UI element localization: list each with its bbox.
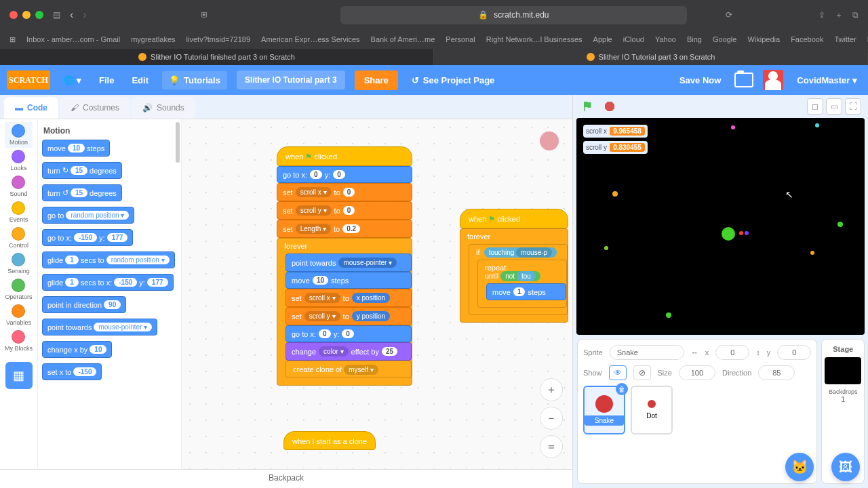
language-menu[interactable]: 🌐▾ [60, 73, 85, 88]
category-operators[interactable]: Operators [5, 277, 33, 302]
category-sensing[interactable]: Sensing [5, 251, 33, 277]
minimize-window-icon[interactable] [22, 11, 31, 19]
delete-sprite-icon[interactable]: 🗑 [616, 383, 628, 395]
tab-sounds[interactable]: 🔊Sounds [132, 97, 195, 119]
variable-monitor[interactable]: scroll y0.830455 [583, 141, 648, 154]
save-now-button[interactable]: Save Now [675, 73, 725, 88]
sprite-name-input[interactable]: Snake [610, 345, 684, 360]
browser-tab[interactable]: Slither IO Tutorial finished part 3 on S… [0, 49, 434, 65]
bookmark-item[interactable]: Personal [446, 35, 475, 43]
category-my-blocks[interactable]: My Blocks [5, 328, 33, 354]
block-forever[interactable]: forever if touching mouse-p repeat until… [460, 228, 568, 323]
address-bar[interactable]: 🔒 scratch.mit.edu ⟳ [340, 6, 687, 24]
sidebar-toggle-icon[interactable]: ▤ [53, 10, 60, 20]
add-sprite-button[interactable]: 🐱 [785, 453, 814, 481]
backpack-panel[interactable]: Backpack [0, 469, 572, 488]
block-create-clone[interactable]: create clone of myself ▾ [285, 361, 412, 378]
category-looks[interactable]: Looks [5, 148, 33, 174]
zoom-reset-button[interactable]: ＝ [540, 435, 563, 458]
block-goto-menu[interactable]: go torandom position ▾ [42, 207, 134, 224]
show-sprite-button[interactable]: 👁 [609, 365, 627, 380]
block-point-direction[interactable]: point in direction90 [42, 296, 126, 313]
close-window-icon[interactable] [9, 11, 18, 19]
block-glide-to[interactable]: glide1secs torandom position ▾ [42, 251, 175, 268]
palette-scrollbar[interactable] [176, 122, 180, 163]
category-events[interactable]: Events [5, 199, 33, 225]
block-change-x[interactable]: change x by10 [42, 341, 112, 358]
block-point-towards[interactable]: point towardsmouse-pointer ▾ [42, 319, 157, 336]
block-turn-cw[interactable]: turn↻15degrees [42, 162, 122, 179]
file-menu[interactable]: File [95, 73, 118, 88]
block-set-variable[interactable]: setscroll y ▾toy position [285, 307, 412, 325]
apps-icon[interactable]: ⊞ [9, 35, 16, 44]
bookmark-item[interactable]: Apple [593, 35, 612, 43]
script-stack[interactable]: when I start as a clone [283, 431, 376, 450]
block-when-flag-clicked[interactable]: when ⚑ clicked [277, 146, 412, 166]
see-project-page-button[interactable]: ↺See Project Page [408, 73, 499, 88]
bookmark-item[interactable]: Facebook [791, 35, 823, 43]
block-glide-xy[interactable]: glide1secs to x:-150y:177 [42, 274, 174, 291]
tabs-overview-icon[interactable]: ⧉ [852, 10, 859, 20]
bookmark-item[interactable]: American Expr…ess Services [261, 35, 360, 43]
back-button[interactable]: ‹ [70, 9, 73, 21]
block-set-variable[interactable]: setLength ▾to0.2 [277, 220, 412, 238]
block-goto-xy[interactable]: go to x:0y:0 [277, 166, 412, 183]
sprite-direction-input[interactable]: 85 [758, 365, 795, 380]
green-flag-button[interactable] [580, 98, 596, 115]
block-move-steps[interactable]: move10steps [285, 272, 412, 289]
my-stuff-icon[interactable] [734, 73, 753, 87]
bookmark-item[interactable]: Wikipedia [747, 35, 780, 43]
shield-icon[interactable]: ⛨ [201, 10, 209, 20]
block-point-towards[interactable]: point towardsmouse-pointer ▾ [285, 253, 412, 272]
bookmark-item[interactable]: iCloud [623, 35, 644, 43]
browser-tab[interactable]: Slither IO Tutorial part 3 on Scratch [434, 49, 868, 65]
sprite-size-input[interactable]: 100 [679, 365, 715, 380]
tab-code[interactable]: ▬Code [4, 97, 58, 119]
stage-large-button[interactable]: ▭ [826, 98, 842, 115]
category-control[interactable]: Control [5, 225, 33, 251]
bookmark-item[interactable]: livetv?tmsid=72189 [186, 35, 250, 43]
block-repeat-until[interactable]: repeat until not tou move1steps [477, 260, 567, 308]
reload-icon[interactable]: ⟳ [726, 10, 732, 20]
tutorials-button[interactable]: 💡Tutorials [162, 71, 227, 89]
category-variables[interactable]: Variables [5, 302, 33, 328]
block-turn-ccw[interactable]: turn↺15degrees [42, 184, 122, 201]
bookmark-item[interactable]: Google [713, 35, 736, 43]
tab-costumes[interactable]: 🖌Costumes [60, 97, 130, 119]
bookmark-item[interactable]: mygreatlakes [131, 35, 175, 43]
block-forever[interactable]: forever point towardsmouse-pointer ▾ mov… [277, 238, 412, 386]
edit-menu[interactable]: Edit [127, 73, 153, 88]
bookmark-item[interactable]: Twitter [834, 35, 856, 43]
block-set-x[interactable]: set x to-150 [42, 363, 102, 380]
stop-button[interactable] [601, 98, 618, 115]
block-set-variable[interactable]: setscroll x ▾tox position [285, 289, 412, 307]
new-tab-icon[interactable]: ＋ [835, 9, 843, 21]
block-set-variable[interactable]: setscroll x ▾to0 [277, 183, 412, 201]
script-stack[interactable]: when ⚑ clicked go to x:0y:0 setscroll x … [277, 146, 412, 386]
block-move-steps[interactable]: move10steps [42, 140, 110, 157]
category-motion[interactable]: Motion [5, 122, 33, 148]
window-controls[interactable] [9, 11, 43, 19]
stage-canvas[interactable]: scroll x9.965458 scroll y0.830455 ↖ [576, 118, 865, 335]
block-change-effect[interactable]: changecolor ▾effect by25 [285, 342, 412, 361]
category-sound[interactable]: Sound [5, 174, 33, 199]
scratch-logo[interactable]: SCRATCH [7, 70, 50, 89]
forward-button[interactable]: › [83, 9, 86, 21]
hide-sprite-button[interactable]: ⊘ [633, 365, 651, 380]
bookmark-item[interactable]: Yahoo [655, 35, 676, 43]
sprite-tile[interactable]: 🗑 Snake [583, 386, 625, 434]
script-stack[interactable]: when ⚑ clicked forever if touching mouse… [460, 209, 568, 323]
share-icon[interactable]: ⇪ [818, 10, 825, 20]
sprite-y-input[interactable]: 0 [777, 345, 811, 360]
zoom-out-button[interactable]: － [540, 407, 563, 430]
block-if[interactable]: if touching mouse-p repeat until not tou… [469, 244, 568, 315]
sprite-tile[interactable]: Dot [631, 386, 673, 434]
block-goto-xy[interactable]: go to x:-150y:177 [42, 229, 133, 246]
block-palette[interactable]: Motion move10steps turn↻15degrees turn↺1… [38, 119, 182, 469]
account-menu[interactable]: CovidMaster ▾ [793, 73, 861, 88]
sprite-x-input[interactable]: 0 [715, 345, 749, 360]
scripts-workspace[interactable]: when ⚑ clicked go to x:0y:0 setscroll x … [182, 119, 572, 469]
add-extension-button[interactable]: ▦ [5, 362, 33, 389]
variable-monitor[interactable]: scroll x9.965458 [583, 125, 648, 138]
block-goto-xy[interactable]: go to x:0y:0 [285, 325, 412, 342]
